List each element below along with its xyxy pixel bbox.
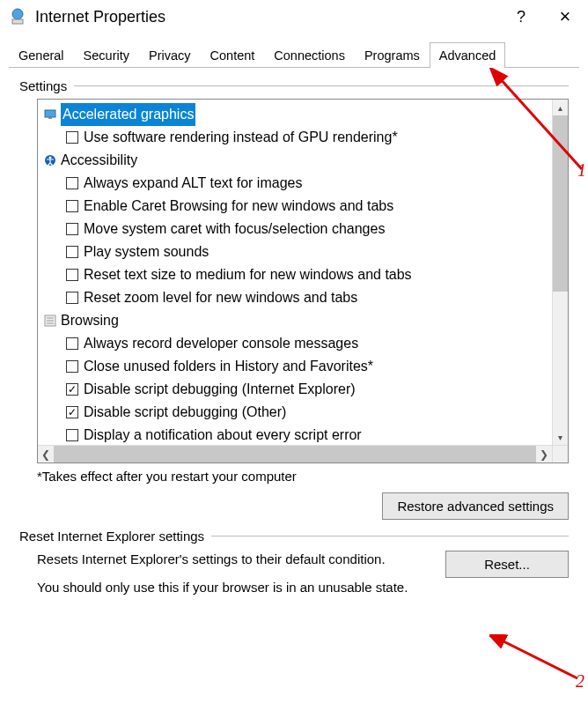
annotation-arrow-2	[489, 634, 588, 687]
tab-security[interactable]: Security	[74, 42, 139, 68]
tab-content[interactable]: Content	[201, 42, 265, 68]
tree-option-label: Disable script debugging (Other)	[84, 401, 286, 424]
tree-option[interactable]: Always expand ALT text for images	[43, 172, 568, 195]
reset-warning: You should only use this if your browser…	[37, 579, 428, 596]
settings-group-label: Settings	[19, 78, 67, 93]
checkbox[interactable]	[66, 429, 78, 441]
restart-note: *Takes effect after you restart your com…	[37, 469, 569, 484]
tree-category-label: Accessibility	[61, 149, 137, 172]
tree-option-label: Play system sounds	[84, 240, 209, 263]
svg-line-11	[500, 640, 577, 678]
restore-advanced-settings-button[interactable]: Restore advanced settings	[382, 492, 569, 520]
display-icon	[43, 107, 57, 122]
tree-option[interactable]: Display a notification about every scrip…	[43, 424, 568, 445]
tree-option[interactable]: Move system caret with focus/selection c…	[43, 218, 568, 240]
divider	[211, 536, 569, 536]
checkbox[interactable]	[66, 337, 78, 350]
tree-option-label: Reset zoom level for new windows and tab…	[84, 286, 357, 309]
close-button[interactable]: ×	[556, 5, 574, 28]
tab-general[interactable]: General	[9, 42, 74, 68]
settings-tree[interactable]: Accelerated graphicsUse software renderi…	[37, 99, 569, 463]
svg-point-0	[12, 9, 23, 19]
reset-description: Resets Internet Explorer's settings to t…	[37, 551, 428, 568]
scroll-thumb[interactable]	[553, 115, 568, 292]
tree-category[interactable]: Browsing	[43, 309, 568, 332]
horizontal-scrollbar[interactable]: ❮ ❯	[38, 445, 568, 462]
annotation-label-1: 1	[577, 160, 586, 181]
checkbox[interactable]	[66, 177, 78, 189]
reset-group-label: Reset Internet Explorer settings	[19, 529, 204, 544]
vertical-scrollbar[interactable]: ▴ ▾	[552, 100, 568, 445]
svg-rect-1	[12, 19, 23, 24]
checkbox[interactable]	[66, 131, 78, 144]
checkbox[interactable]	[66, 292, 78, 304]
scroll-up-button[interactable]: ▴	[553, 100, 568, 115]
tree-option-label: Display a notification about every scrip…	[84, 424, 362, 445]
help-button[interactable]: ?	[512, 8, 530, 26]
tree-category[interactable]: Accessibility	[43, 149, 568, 172]
tree-option-label: Always record developer console messages	[84, 332, 358, 355]
tree-category[interactable]: Accelerated graphics	[43, 103, 568, 126]
checkbox[interactable]	[66, 269, 78, 281]
tab-connections[interactable]: Connections	[264, 42, 355, 68]
tree-option-label: Close unused folders in History and Favo…	[84, 355, 373, 378]
scroll-right-button[interactable]: ❯	[536, 446, 552, 462]
reset-button[interactable]: Reset...	[445, 551, 569, 578]
hscroll-thumb[interactable]	[54, 446, 536, 462]
checkbox[interactable]	[66, 223, 78, 235]
scroll-down-button[interactable]: ▾	[553, 429, 568, 445]
checkbox[interactable]	[66, 406, 78, 418]
tree-option-label: Disable script debugging (Internet Explo…	[84, 378, 356, 401]
tab-privacy[interactable]: Privacy	[139, 42, 201, 68]
scroll-left-button[interactable]: ❮	[38, 446, 54, 462]
scroll-corner	[552, 446, 568, 462]
tab-advanced[interactable]: Advanced	[430, 42, 506, 68]
accessibility-icon	[43, 153, 57, 167]
checkbox[interactable]	[66, 200, 78, 212]
tree-option[interactable]: Reset zoom level for new windows and tab…	[43, 286, 568, 309]
tree-option[interactable]: Disable script debugging (Internet Explo…	[43, 378, 568, 401]
window-title: Internet Properties	[35, 8, 512, 26]
tree-option-label: Move system caret with focus/selection c…	[84, 218, 385, 240]
tree-option-label: Always expand ALT text for images	[84, 172, 302, 195]
annotation-label-2: 2	[576, 671, 584, 692]
tree-category-label: Accelerated graphics	[61, 103, 195, 126]
tree-option[interactable]: Reset text size to medium for new window…	[43, 263, 568, 286]
tree-option-label: Reset text size to medium for new window…	[84, 263, 412, 286]
tree-option[interactable]: Close unused folders in History and Favo…	[43, 355, 568, 378]
tab-programs[interactable]: Programs	[355, 42, 430, 68]
tree-option[interactable]: Play system sounds	[43, 240, 568, 263]
svg-point-5	[49, 157, 52, 159]
tree-option[interactable]: Disable script debugging (Other)	[43, 401, 568, 424]
divider	[74, 85, 569, 86]
tree-option[interactable]: Always record developer console messages	[43, 332, 568, 355]
checkbox[interactable]	[66, 360, 78, 373]
checkbox[interactable]	[66, 246, 78, 258]
tree-option-label: Enable Caret Browsing for new windows an…	[84, 195, 393, 218]
svg-rect-3	[48, 117, 52, 119]
tree-option-label: Use software rendering instead of GPU re…	[84, 126, 398, 149]
checkbox[interactable]	[66, 383, 78, 396]
tree-category-label: Browsing	[61, 309, 119, 332]
internet-options-icon	[9, 8, 26, 26]
tree-option[interactable]: Enable Caret Browsing for new windows an…	[43, 195, 568, 218]
tree-option[interactable]: Use software rendering instead of GPU re…	[43, 126, 568, 149]
browsing-icon	[43, 314, 57, 328]
svg-rect-2	[45, 110, 55, 117]
